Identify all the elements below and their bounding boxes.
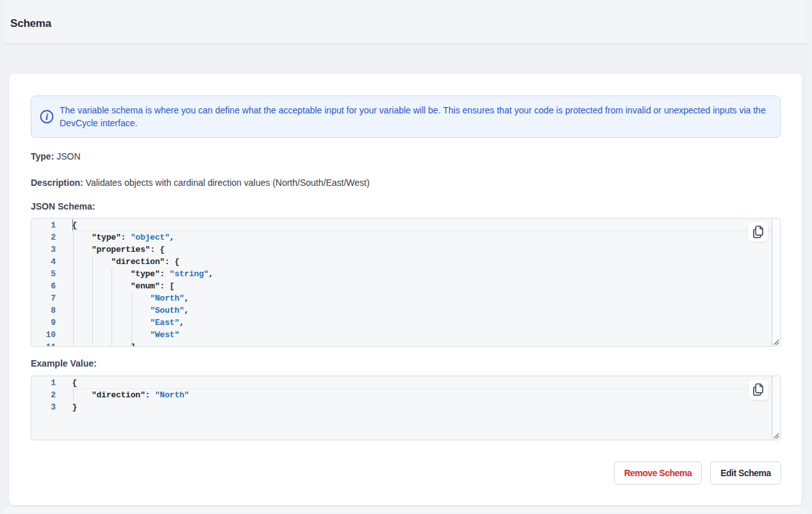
svg-text:i: i — [46, 112, 49, 122]
